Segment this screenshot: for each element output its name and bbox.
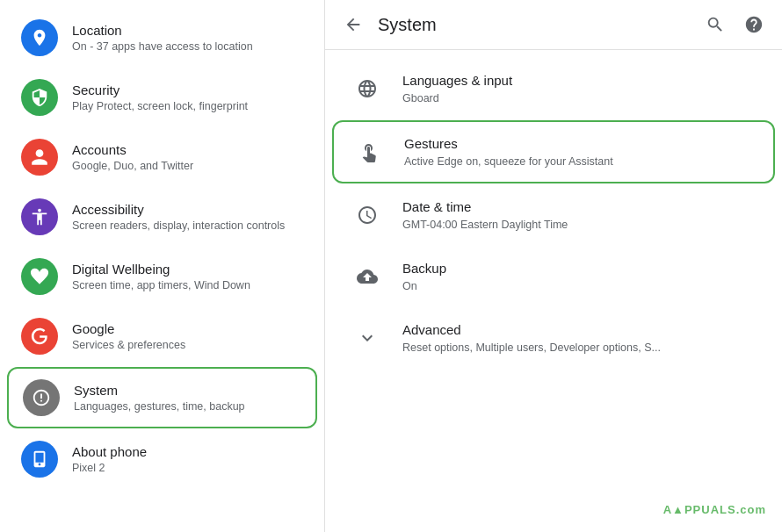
- language-icon: [350, 71, 385, 106]
- advanced-title: Advanced: [402, 321, 661, 339]
- languages-title: Languages & input: [402, 72, 512, 90]
- datetime-subtitle: GMT-04:00 Eastern Daylight Time: [402, 218, 568, 232]
- help-button[interactable]: [740, 11, 768, 39]
- system-settings-list: Languages & input Gboard Gestures Active…: [325, 50, 782, 532]
- watermark: A▲PPUALS.com: [663, 503, 766, 516]
- sidebar-item-accessibility[interactable]: Accessibility Screen readers, display, i…: [7, 188, 317, 246]
- advanced-chevron-icon: [350, 320, 385, 356]
- sidebar-item-digital-wellbeing[interactable]: Digital Wellbeing Screen time, app timer…: [7, 248, 317, 306]
- gestures-subtitle: Active Edge on, squeeze for your Assista…: [404, 155, 613, 169]
- right-item-backup[interactable]: Backup On: [332, 247, 775, 306]
- sidebar-item-about[interactable]: About phone Pixel 2: [7, 430, 317, 488]
- right-item-advanced[interactable]: Advanced Reset options, Multiple users, …: [332, 308, 775, 368]
- back-button[interactable]: [339, 11, 367, 39]
- wellbeing-icon: [21, 258, 58, 295]
- google-subtitle: Services & preferences: [72, 338, 185, 352]
- right-item-languages[interactable]: Languages & input Gboard: [332, 59, 775, 119]
- wellbeing-subtitle: Screen time, app timers, Wind Down: [72, 278, 250, 292]
- datetime-icon: [350, 198, 385, 233]
- google-icon: [21, 318, 58, 355]
- system-subtitle: Languages, gestures, time, backup: [74, 399, 245, 413]
- sidebar-item-security[interactable]: Security Play Protect, screen lock, fing…: [7, 68, 317, 126]
- right-item-datetime[interactable]: Date & time GMT-04:00 Eastern Daylight T…: [332, 185, 775, 245]
- security-title: Security: [72, 82, 248, 99]
- about-icon: [21, 441, 58, 478]
- search-button[interactable]: [701, 11, 729, 39]
- sidebar-item-accounts[interactable]: Accounts Google, Duo, and Twitter: [7, 128, 317, 186]
- accounts-icon: [21, 139, 58, 176]
- backup-subtitle: On: [402, 279, 446, 293]
- gestures-icon: [351, 134, 387, 169]
- languages-subtitle: Gboard: [402, 91, 512, 105]
- top-bar: System: [325, 0, 782, 50]
- location-icon: [21, 19, 58, 56]
- system-title: System: [74, 382, 245, 399]
- backup-title: Backup: [402, 260, 446, 277]
- accounts-subtitle: Google, Duo, and Twitter: [72, 159, 193, 173]
- location-title: Location: [72, 22, 253, 40]
- wellbeing-title: Digital Wellbeing: [72, 261, 250, 278]
- location-subtitle: On - 37 apps have access to location: [72, 40, 253, 54]
- page-title: System: [378, 15, 691, 35]
- accounts-title: Accounts: [72, 141, 193, 159]
- left-panel: Location On - 37 apps have access to loc…: [0, 0, 325, 532]
- system-icon: [23, 379, 60, 416]
- about-subtitle: Pixel 2: [72, 461, 147, 475]
- datetime-title: Date & time: [402, 198, 568, 216]
- right-panel: System Languages & input Gboard Gestur: [325, 0, 782, 532]
- accessibility-icon: [21, 198, 58, 235]
- advanced-subtitle: Reset options, Multiple users, Developer…: [402, 341, 661, 355]
- google-title: Google: [72, 320, 185, 338]
- gestures-title: Gestures: [404, 135, 613, 153]
- backup-icon: [350, 259, 385, 294]
- accessibility-title: Accessibility: [72, 201, 285, 219]
- sidebar-item-location[interactable]: Location On - 37 apps have access to loc…: [7, 9, 317, 67]
- sidebar-item-google[interactable]: Google Services & preferences: [7, 307, 317, 365]
- security-icon: [21, 79, 58, 116]
- security-subtitle: Play Protect, screen lock, fingerprint: [72, 99, 248, 113]
- about-title: About phone: [72, 443, 147, 461]
- accessibility-subtitle: Screen readers, display, interaction con…: [72, 219, 285, 233]
- sidebar-item-system[interactable]: System Languages, gestures, time, backup: [7, 367, 317, 428]
- right-item-gestures[interactable]: Gestures Active Edge on, squeeze for you…: [332, 120, 775, 183]
